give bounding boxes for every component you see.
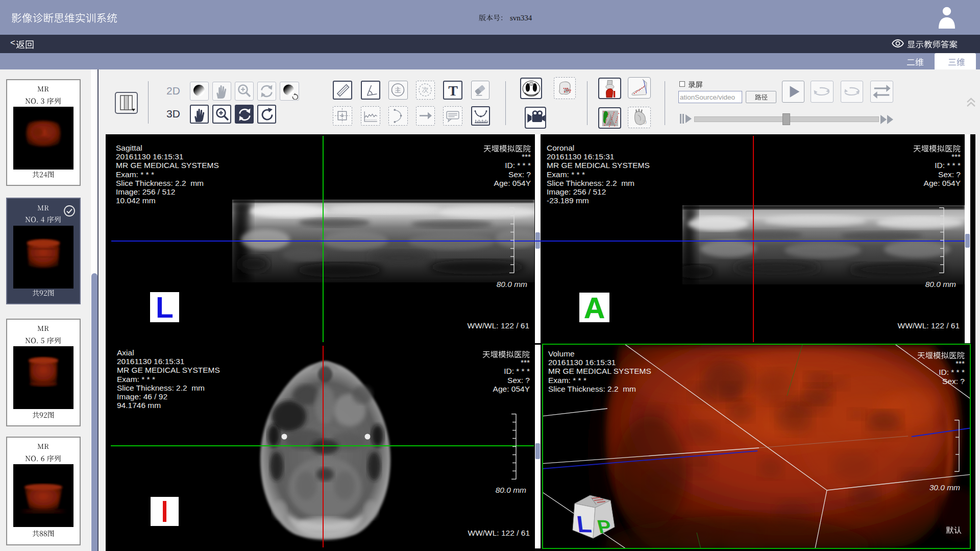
svg-text:T: T xyxy=(448,83,458,99)
svg-text:D: D xyxy=(643,119,647,125)
